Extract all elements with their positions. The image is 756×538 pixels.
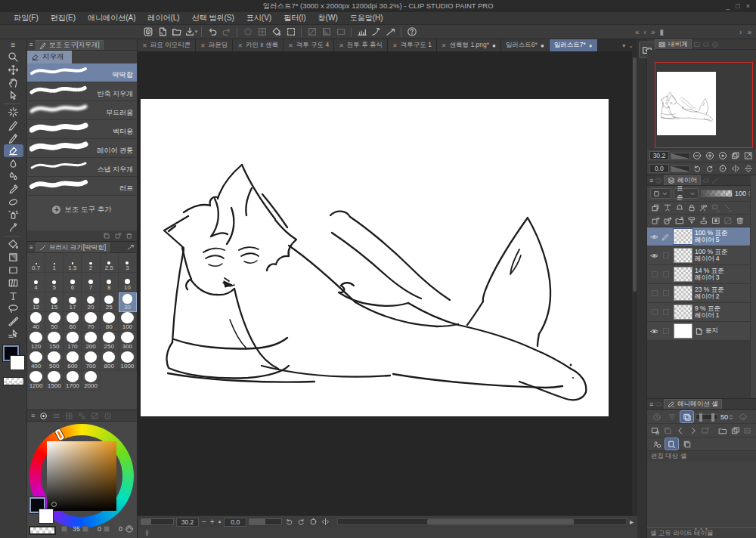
flip-vertical-icon[interactable] [742,163,754,174]
brush-size-3[interactable]: 3 [119,253,137,273]
fill-tool[interactable] [4,238,23,251]
vertical-scrollbar[interactable] [632,51,637,515]
reference-layer-icon[interactable] [675,203,684,212]
scroll-right-arrow[interactable]: ▸ [629,518,634,526]
animation-cel-tab[interactable]: 애니메이션 셀 [664,399,721,409]
new-layer-icon[interactable] [651,216,660,225]
brush-size-15[interactable]: 15 [45,292,64,312]
history-tab-icon[interactable] [655,177,662,184]
airbrush-tool[interactable] [4,196,23,209]
menu-item-0[interactable]: 파일(F) [8,13,45,23]
ruler-dropdown-icon[interactable] [711,203,720,212]
hue-marker[interactable] [55,428,65,441]
subview-tab-icon[interactable] [693,41,701,48]
subtool-panel-menu-icon[interactable]: ≡ [29,41,33,48]
zoom-tool[interactable] [4,51,23,63]
panel-transparent-swatch[interactable] [29,526,56,535]
close-button[interactable]: × [746,2,750,10]
document-tab-4[interactable]: ✕전투 후 휴식 [334,39,388,51]
zoom-100-icon[interactable] [717,150,728,161]
eyedropper-tool[interactable] [4,183,23,196]
menu-item-7[interactable]: 창(W) [312,13,344,23]
navigator-view[interactable] [647,50,756,149]
brush-shape-tab-icon[interactable] [711,177,719,184]
subtool-item-6[interactable]: 러프 [27,177,137,196]
navigator-tab[interactable]: 내비게 [655,39,692,49]
document-tab-6[interactable]: ✕센록형 1.png*● [437,39,501,51]
approximate-color-tab-icon[interactable] [91,412,99,420]
copy-icon[interactable] [103,232,110,240]
layer-hidden-checkbox[interactable] [649,309,660,315]
layer-thumbnail[interactable] [674,305,692,320]
register-cels-icon[interactable] [730,425,741,436]
brush-size-1[interactable]: 1 [45,253,64,273]
document-tab-7[interactable]: 일러스트6*● [501,39,550,51]
fill-button[interactable] [269,26,284,39]
brush-size-2000[interactable]: 2000 [82,371,100,391]
subtool-panel-tab[interactable]: 보조 도구[지우개] [36,40,104,50]
blend-tool[interactable] [4,157,23,170]
brush-size-17[interactable]: 17 [64,292,82,312]
brush-size-5[interactable]: 5 [45,273,64,292]
auto-select-tool[interactable] [4,106,23,119]
brush-size-600[interactable]: 600 [64,351,82,371]
subtool-item-3[interactable]: 벡터용 [27,120,137,139]
brush-size-25[interactable]: 25 [101,292,119,312]
dock-arrows-right[interactable]: ›» [739,25,751,39]
clip-studio-button[interactable] [141,26,155,39]
dock-arrow[interactable]: » [651,28,655,36]
save-file-button[interactable]: ▾ [184,26,198,39]
ruler-tool[interactable] [4,315,23,328]
color-set-tab-icon[interactable] [65,412,73,420]
merge-down-icon[interactable] [699,216,708,225]
rotation-value[interactable]: 0.0 [224,518,246,527]
brush-size-1200[interactable]: 1200 [27,371,45,391]
pencil-tool[interactable] [4,131,23,144]
menu-item-2[interactable]: 애니메이션(A) [82,13,141,23]
layer-thumbnail[interactable] [674,267,692,282]
menu-item-4[interactable]: 선택 범위(S) [186,13,240,23]
mode-a-button[interactable] [305,26,319,39]
palette-color-dropdown[interactable] [650,188,671,199]
navigator-zoom-value[interactable]: 30.2 [649,151,669,160]
brush-size-80[interactable]: 80 [101,312,119,332]
pen-slope-icon[interactable] [127,243,135,251]
move-tool[interactable] [4,63,23,76]
color-mixer-icon[interactable] [125,524,134,533]
quick-share-tab-icon[interactable] [702,41,710,48]
brush-size-4[interactable]: 4 [27,273,45,292]
navigator-rotation-value[interactable]: 0.0 [649,164,669,173]
brush-size-30[interactable]: 30 [119,292,137,312]
brush-size-1500[interactable]: 1500 [45,371,64,391]
snap-grid-button[interactable] [383,26,398,39]
brush-size-2.5[interactable]: 2.5 [101,253,119,273]
zoom-fit-button[interactable]: ▪ [218,518,222,526]
gradient-tool[interactable] [4,251,23,264]
new-folder-icon[interactable] [675,216,684,225]
layer-row-0[interactable]: 100 % 표준레이어 5 [647,227,756,246]
menu-item-5[interactable]: 표시(V) [240,13,277,23]
copy-cel-icon[interactable] [663,425,674,436]
onion-prev-icon[interactable] [665,411,678,422]
tab-overflow-icon[interactable]: ⌄ [628,42,634,49]
brush-size-250[interactable]: 250 [101,332,119,351]
tab-close-icon[interactable]: ✕ [200,42,206,49]
brush-size-1000[interactable]: 1000 [119,351,137,371]
menu-item-8[interactable]: 도움말(H) [344,13,389,23]
new-cel-icon[interactable] [701,425,711,436]
brush-size-500[interactable]: 500 [45,351,64,371]
tab-close-icon[interactable]: ✕ [288,42,293,49]
onion-skin-slider[interactable] [696,414,718,420]
light-table-list-area[interactable] [647,462,756,527]
layer-row-2[interactable]: 14 % 표준레이어 3 [647,265,756,284]
frame-border-tool[interactable] [4,277,23,289]
brush-size-800[interactable]: 800 [101,351,119,371]
reselect-button[interactable] [255,26,269,39]
lock-layer-icon[interactable] [687,203,696,212]
new-vector-layer-icon[interactable] [663,216,672,225]
layer-mask-icon[interactable] [711,216,720,225]
brush-size-50[interactable]: 50 [45,312,64,332]
tab-close-icon[interactable]: ✕ [237,42,243,49]
brush-size-700[interactable]: 700 [82,351,100,371]
onion-skin-icon[interactable] [663,203,672,212]
